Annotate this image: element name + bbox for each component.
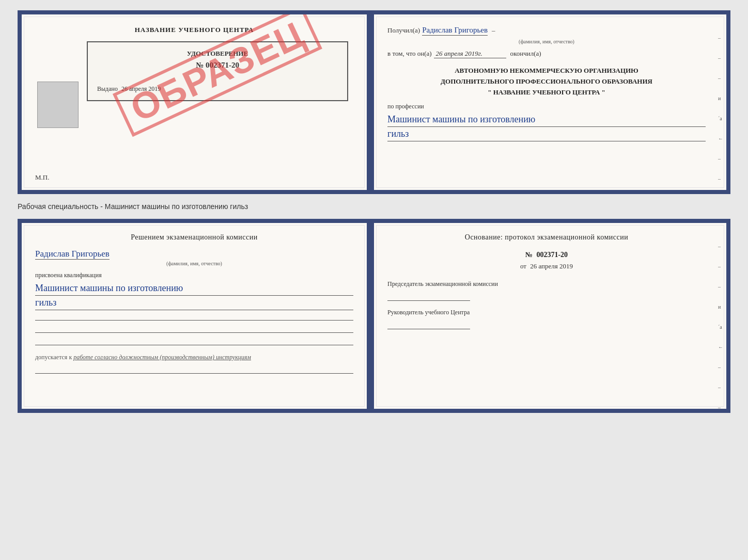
specialty-label: Рабочая специальность - Машинист машины … bbox=[18, 202, 730, 211]
komissia-right-header: Основание: протокол экзаменационной коми… bbox=[387, 233, 706, 242]
headteacher-sig-line bbox=[387, 319, 470, 329]
date-value: 26 апреля 2019г. bbox=[434, 50, 485, 57]
chairman-block: Председатель экзаменационной комиссии bbox=[387, 280, 706, 301]
name-note: (фамилия, имя, отчество) bbox=[387, 39, 706, 44]
komissia-header: Решением экзаменационной комиссии bbox=[35, 233, 353, 242]
chairman-label: Председатель экзаменационной комиссии bbox=[387, 280, 706, 289]
org-block: АВТОНОМНУЮ НЕКОММЕРЧЕСКУЮ ОРГАНИЗАЦИЮ ДО… bbox=[387, 66, 706, 98]
number-label: № bbox=[525, 251, 533, 259]
number-value: 002371-20 bbox=[536, 251, 568, 259]
headteacher-block: Руководитель учебного Центра bbox=[387, 308, 706, 329]
date-underline: 26 апреля 2019г. bbox=[434, 50, 506, 58]
bottom-left-page: Решением экзаменационной комиссии Радисл… bbox=[22, 223, 367, 409]
dopusk-label: допускается к bbox=[35, 354, 72, 361]
in-that-line: в том, что он(а) 26 апреля 2019г. окончи… bbox=[387, 50, 706, 58]
profession-value2: гильз bbox=[387, 127, 706, 141]
blank-line4 bbox=[35, 363, 353, 374]
qualification1: Машинист машины по изготовлению bbox=[35, 281, 353, 296]
qualification2: гильз bbox=[35, 296, 353, 310]
org-line1: АВТОНОМНУЮ НЕКОММЕРЧЕСКУЮ ОРГАНИЗАЦИЮ bbox=[387, 66, 706, 76]
side-dashes: – – – и ´а ← – – – bbox=[718, 35, 723, 194]
blank-line1 bbox=[35, 310, 353, 321]
bottom-name-note: (фамилия, имя, отчество) bbox=[35, 261, 353, 266]
protocol-date-value: 26 апреля 2019 bbox=[530, 262, 573, 270]
issued-label: Выдано bbox=[97, 85, 118, 92]
finished-label: окончил(а) bbox=[510, 50, 541, 58]
top-left-page: НАЗВАНИЕ УЧЕБНОГО ЦЕНТРА УДОСТОВЕРЕНИЕ №… bbox=[22, 14, 367, 190]
profession-label: по профессии bbox=[387, 103, 706, 110]
cert-number: № 002371-20 bbox=[97, 61, 338, 70]
top-left-title: НАЗВАНИЕ УЧЕБНОГО ЦЕНТРА bbox=[35, 26, 353, 34]
chairman-sig-line bbox=[387, 291, 470, 301]
received-line: Получил(а) Радислав Григорьев – bbox=[387, 26, 706, 36]
in-that-label: в том, что он(а) bbox=[387, 50, 432, 58]
top-document: НАЗВАНИЕ УЧЕБНОГО ЦЕНТРА УДОСТОВЕРЕНИЕ №… bbox=[18, 10, 730, 194]
protocol-number: № 002371-20 bbox=[387, 251, 706, 259]
date-prefix: от bbox=[520, 262, 526, 270]
bottom-person-name: Радислав Григорьев bbox=[35, 249, 110, 260]
photo-placeholder bbox=[37, 82, 79, 128]
bottom-doc-spine bbox=[367, 223, 374, 409]
dopusk-text: работе согласно должностным (производств… bbox=[73, 354, 251, 361]
mp-label: М.П. bbox=[35, 173, 49, 182]
org-line3: " НАЗВАНИЕ УЧЕБНОГО ЦЕНТРА " bbox=[387, 87, 706, 98]
headteacher-label: Руководитель учебного Центра bbox=[387, 308, 706, 317]
cert-box: УДОСТОВЕРЕНИЕ № 002371-20 ОБРАЗЕЦ Выдано… bbox=[87, 41, 348, 101]
profession-value: Машинист машины по изготовлению bbox=[387, 113, 706, 127]
top-right-page: Получил(а) Радислав Григорьев – (фамилия… bbox=[374, 14, 726, 190]
received-label: Получил(а) bbox=[387, 26, 420, 35]
person-name: Радислав Григорьев bbox=[422, 26, 488, 36]
cert-issued: Выдано 26 апреля 2019 bbox=[97, 85, 338, 93]
blank-line2 bbox=[35, 323, 353, 333]
blank-line3 bbox=[35, 335, 353, 345]
cert-title: УДОСТОВЕРЕНИЕ bbox=[97, 50, 338, 58]
doc-spine bbox=[367, 14, 374, 190]
dash1: – bbox=[492, 26, 495, 35]
bottom-right-page: Основание: протокол экзаменационной коми… bbox=[374, 223, 726, 409]
issued-date: 26 апреля 2019 bbox=[121, 85, 161, 92]
bottom-document: Решением экзаменационной комиссии Радисл… bbox=[18, 219, 730, 413]
dopusk-section: допускается к работе согласно должностны… bbox=[35, 354, 353, 361]
assigned-label: присвоена квалификация bbox=[35, 271, 353, 279]
bottom-side-dashes: – – – и ´а ← – – – bbox=[718, 244, 723, 410]
protocol-date: от 26 апреля 2019 bbox=[387, 262, 706, 270]
org-line2: ДОПОЛНИТЕЛЬНОГО ПРОФЕССИОНАЛЬНОГО ОБРАЗО… bbox=[387, 76, 706, 87]
